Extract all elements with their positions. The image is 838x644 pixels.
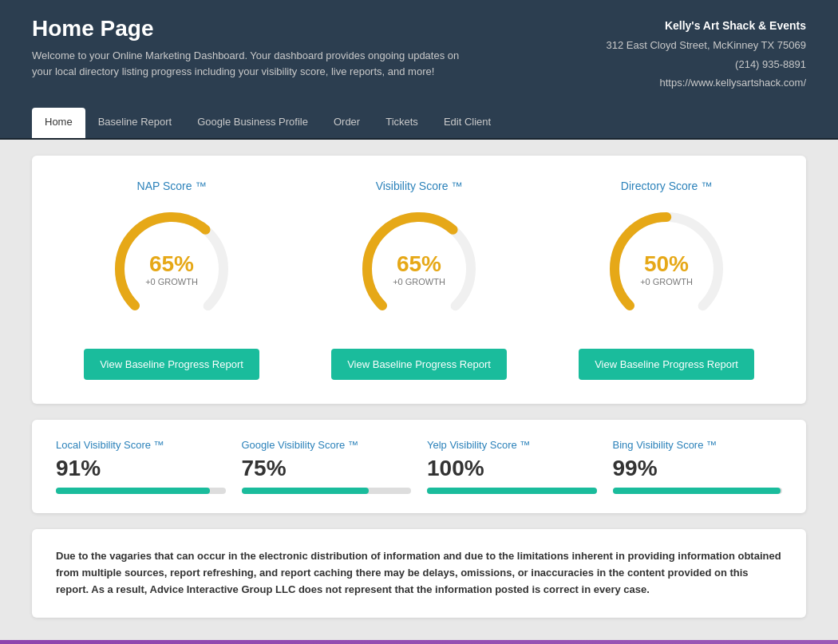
donut-chart-1: 65%+0 GROWTH [355, 205, 483, 333]
progress-bar-bg-3 [613, 488, 783, 494]
donut-chart-2: 50%+0 GROWTH [603, 205, 730, 333]
vis-score-title-3: Bing Visibility Score ™ [613, 439, 783, 451]
nav-tab-baseline-report[interactable]: Baseline Report [85, 108, 185, 138]
progress-bar-fill-3 [613, 488, 781, 494]
main-content: NAP Score ™65%+0 GROWTHView Baseline Pro… [0, 140, 838, 644]
main-nav: HomeBaseline ReportGoogle Business Profi… [0, 108, 838, 140]
score-card-1: Visibility Score ™65%+0 GROWTHView Basel… [303, 180, 535, 380]
company-phone: (214) 935-8891 [606, 55, 806, 73]
vis-score-title-0: Local Visibility Score ™ [56, 439, 226, 451]
company-name: Kelly's Art Shack & Events [606, 16, 806, 36]
nav-tab-home[interactable]: Home [32, 108, 85, 138]
vis-score-percent-3: 99% [613, 456, 783, 481]
donut-percent-2: 50% [640, 251, 693, 277]
vis-score-item-2: Yelp Visibility Score ™100% [427, 439, 597, 494]
nav-tab-order[interactable]: Order [321, 108, 373, 138]
company-website: https://www.kellysartshack.com/ [606, 73, 806, 92]
vis-score-percent-2: 100% [427, 456, 597, 481]
bottom-decoration-bar [0, 640, 838, 644]
progress-bar-fill-2 [427, 488, 597, 494]
nav-tab-google-business-profile[interactable]: Google Business Profile [184, 108, 321, 138]
score-card-title-1: Visibility Score ™ [376, 180, 463, 192]
vis-score-item-1: Google Visibility Score ™75% [242, 439, 412, 494]
disclaimer-section: Due to the vagaries that can occur in th… [32, 529, 806, 617]
donut-growth-2: +0 GROWTH [640, 277, 693, 286]
company-info: Kelly's Art Shack & Events 312 East Cloy… [606, 16, 806, 92]
donut-percent-1: 65% [393, 251, 445, 277]
visibility-scores-section: Local Visibility Score ™91%Google Visibi… [32, 420, 806, 513]
vis-score-title-2: Yelp Visibility Score ™ [427, 439, 597, 451]
disclaimer-bold: Due to the vagaries that can occur in th… [56, 550, 781, 595]
progress-bar-fill-1 [242, 488, 369, 494]
nav-tab-tickets[interactable]: Tickets [373, 108, 431, 138]
donut-growth-0: +0 GROWTH [145, 277, 198, 286]
header-subtitle: Welcome to your Online Marketing Dashboa… [32, 48, 479, 79]
donut-chart-0: 65%+0 GROWTH [108, 205, 235, 333]
progress-bar-bg-1 [242, 488, 412, 494]
page-title: Home Page [32, 16, 479, 41]
page-header: Home Page Welcome to your Online Marketi… [0, 0, 838, 108]
score-cards-section: NAP Score ™65%+0 GROWTHView Baseline Pro… [32, 156, 806, 404]
vis-score-percent-1: 75% [242, 456, 412, 481]
score-card-0: NAP Score ™65%+0 GROWTHView Baseline Pro… [56, 180, 287, 380]
score-card-title-0: NAP Score ™ [137, 180, 207, 192]
baseline-report-btn-2[interactable]: View Baseline Progress Report [579, 349, 754, 380]
baseline-report-btn-0[interactable]: View Baseline Progress Report [84, 349, 259, 380]
vis-score-item-0: Local Visibility Score ™91% [56, 439, 226, 494]
score-card-2: Directory Score ™50%+0 GROWTHView Baseli… [551, 180, 782, 380]
vis-score-percent-0: 91% [56, 456, 226, 481]
header-left: Home Page Welcome to your Online Marketi… [32, 16, 479, 79]
baseline-report-btn-1[interactable]: View Baseline Progress Report [331, 349, 507, 380]
disclaimer-text: Due to the vagaries that can occur in th… [56, 548, 782, 598]
company-address: 312 East Cloyd Street, McKinney TX 75069 [606, 36, 806, 54]
progress-bar-bg-2 [427, 488, 597, 494]
vis-score-title-1: Google Visibility Score ™ [242, 439, 412, 451]
progress-bar-fill-0 [56, 488, 210, 494]
nav-tab-edit-client[interactable]: Edit Client [431, 108, 504, 138]
progress-bar-bg-0 [56, 488, 226, 494]
donut-percent-0: 65% [145, 251, 198, 277]
vis-score-item-3: Bing Visibility Score ™99% [613, 439, 783, 494]
donut-growth-1: +0 GROWTH [393, 277, 445, 286]
score-card-title-2: Directory Score ™ [621, 180, 712, 192]
